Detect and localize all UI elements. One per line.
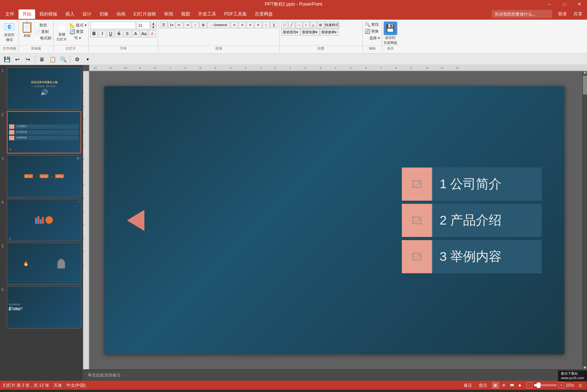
find-btn[interactable]: 🔍查找 [364,22,380,28]
settings-btn[interactable]: ⚙ [73,55,82,64]
zoom-slider[interactable] [534,384,557,386]
text-direction-btn[interactable]: ↕ [192,22,199,28]
strikethrough-btn[interactable]: S [115,30,123,37]
bullets-btn[interactable]: ☰ [160,22,167,28]
char-spacing-btn[interactable]: A [132,30,139,37]
font-size-dec-btn[interactable]: ▼ [150,25,156,29]
font-name-selector[interactable]: ▾ [90,22,136,29]
scroll-thumb-v[interactable] [583,76,587,95]
canvas-main[interactable]: 1 公司简介 [89,71,587,369]
undo-btn[interactable]: ↩ [13,55,22,64]
shape-fill-btn[interactable]: 形状填充▾ [281,29,300,36]
paste-btn[interactable]: 📋 粘贴 [20,22,34,45]
search-box[interactable]: 告诉我您想要做什么... [492,10,552,18]
zoom-btn[interactable]: 🔍 [59,55,68,64]
notes-area[interactable]: 单击此处添加备注 [83,369,587,381]
slide-panel[interactable]: 1 历史记录中的著名人物 ——名字的故事、胆识与努力... 🔊 2 [0,65,83,381]
zoom-in-btn[interactable]: + [558,382,564,388]
fit-window-btn[interactable]: ⊡ [576,382,584,389]
scroll-up-btn[interactable]: ▲ [583,71,587,74]
slide-thumb-2[interactable]: 1 公司简介 2 产品介绍 3 举例内容 ★ [7,111,81,154]
slide-item-6[interactable]: 6 此处放置标题 E=mc² [2,286,81,328]
menu-item-design[interactable]: 设计 [79,9,95,19]
font-case-btn[interactable]: Aa [140,30,148,37]
format-painter-btn[interactable]: 🖌格式刷 [34,35,52,41]
align-right-btn[interactable]: ≡ [246,22,254,28]
slide-item-1[interactable]: 1 历史记录中的著名人物 ——名字的故事、胆识与努力... 🔊 [2,67,81,110]
shape-triangle-btn[interactable]: △ [310,22,317,28]
menu-item-review[interactable]: 审阅 [160,9,177,19]
menu-item-animation[interactable]: 动画 [113,9,129,19]
slide-thumb-5[interactable]: 🔥 [7,243,81,285]
reset-btn[interactable]: 🔄重置 [69,29,87,35]
save-baidu-btn[interactable]: 💾 保存到百度网盘 [384,22,397,45]
font-size-selector[interactable]: 31 [136,22,150,29]
menu-item-baidu[interactable]: 百度网盘 [251,9,277,19]
shape-outline-btn[interactable]: 形状轮廓▾ [300,29,319,36]
justify-btn[interactable]: ≡ [254,22,262,28]
shape-arrow-btn[interactable]: → [296,22,302,28]
cut-btn[interactable]: ✂剪切 [34,22,52,28]
underline-btn[interactable]: U [107,30,115,37]
slide-item-2[interactable]: 2 1 公司简介 2 产品介绍 3 举例内 [2,111,81,154]
line-spacing-btn[interactable]: ↕ [262,22,270,28]
align-text-btn[interactable]: ⊞ [200,22,207,28]
slide-item-3[interactable]: 3 第一步 → 第二步 → 第三步 ⊞ [2,155,81,197]
menu-item-slideshow[interactable]: 幻灯片放映 [130,9,160,19]
share-btn[interactable]: 共享 [570,9,585,19]
login-btn[interactable]: 登录 [555,9,570,19]
menu-item-insert[interactable]: 插入 [62,9,78,19]
menu-item-view[interactable]: 视图 [177,9,194,19]
select-btn[interactable]: ↖选择 ▾ [364,35,380,41]
menu-item-transition[interactable]: 切换 [96,9,112,19]
slide-sorter-btn[interactable]: ⊞ [500,382,508,389]
normal-view-btn[interactable]: ▦ [492,382,499,389]
monitor-btn[interactable]: 🖥 [37,55,46,64]
convert-smartart-btn[interactable]: →SmartArt [208,22,230,28]
bold-btn[interactable]: B [90,30,98,37]
minimize-btn[interactable]: ─ [542,0,557,8]
replace-btn[interactable]: 🔄替换 [364,28,380,34]
italic-btn[interactable]: I [99,30,106,37]
slide-canvas[interactable]: 1 公司简介 [104,86,564,354]
columns-btn[interactable]: || [270,22,278,28]
slide-thumb-4[interactable]: ● ★ [7,199,81,241]
font-color-btn[interactable]: A [149,30,156,37]
maximize-btn[interactable]: □ [557,0,572,8]
slide-item-5[interactable]: 5 🔥 [2,243,81,285]
clipboard-toolbar-btn[interactable]: 📋 [48,55,57,64]
menu-item-home[interactable]: 开始 [19,9,35,19]
slide-thumb-3[interactable]: 第一步 → 第二步 → 第三步 ⊞ [7,155,81,197]
shape-line-btn[interactable]: ╱ [288,22,295,28]
arrange-btn[interactable]: ⊞ [317,22,324,28]
align-left-btn[interactable]: ≡ [231,22,238,28]
section-btn[interactable]: ✂节 ▾ [69,35,87,41]
zoom-out-btn[interactable]: − [527,382,533,388]
redo-btn[interactable]: ↪ [23,55,33,64]
menu-item-file[interactable]: 文件 [2,9,18,19]
slide-thumb-6[interactable]: 此处放置标题 E=mc² [7,286,81,328]
numbering-btn[interactable]: 1≡ [168,22,175,28]
align-center-btn[interactable]: ≡ [239,22,246,28]
slide-thumb-1[interactable]: 历史记录中的著名人物 ——名字的故事、胆识与努力... 🔊 [7,67,81,110]
expand-btn[interactable]: ▾ [83,55,92,64]
new-slide-btn[interactable]: ▦ 新建幻灯片 [55,22,68,45]
shape-oval-btn[interactable]: ○ [303,22,310,28]
menu-item-pdf[interactable]: PDF工具集 [220,9,251,19]
scroll-down-btn[interactable]: ▼ [583,366,587,369]
shape-effect-btn[interactable]: 形状效果▾ [320,29,339,36]
scrollbar-vertical[interactable]: ▲ ▼ [582,71,587,369]
close-btn[interactable]: ✕ [572,0,587,8]
save-toolbar-btn[interactable]: 💾 [2,55,11,64]
menu-item-developer[interactable]: 开发工具 [194,9,220,19]
layout-btn[interactable]: 📐版式 ▾ [69,22,87,28]
slideshow-btn[interactable]: ▶ [517,382,524,389]
send-wechat-btn[interactable]: 📧 发送到微信 [2,22,16,42]
copy-btn[interactable]: 📄复制 [34,29,52,35]
shape-rect-btn[interactable]: □ [281,22,288,28]
increase-indent-btn[interactable]: ⇥ [184,22,191,28]
decrease-indent-btn[interactable]: ⇤ [176,22,183,28]
text-shadow-btn[interactable]: S [124,30,131,37]
comments-toggle-btn[interactable]: 批注 [477,382,489,389]
zoom-slider-thumb[interactable] [537,383,541,388]
